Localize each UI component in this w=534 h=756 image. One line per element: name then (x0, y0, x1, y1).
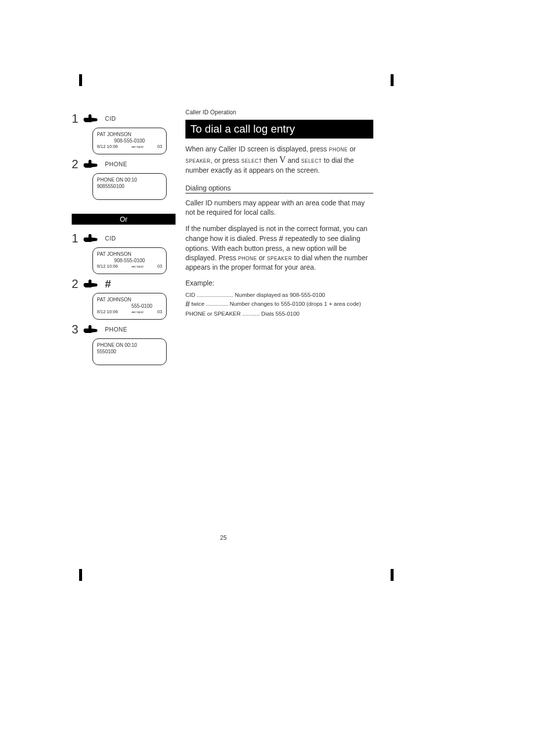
crop-mark (391, 569, 394, 581)
paragraph: When any Caller ID screen is displayed, … (185, 144, 373, 175)
pointing-hand-icon (83, 278, 100, 290)
step-number: 2 (72, 157, 78, 171)
example-label: Example: (185, 279, 373, 287)
pointing-hand-icon (83, 113, 100, 125)
lcd-line: 8/12 10:06 ##/ NEW 03 (97, 309, 162, 315)
key-select: SELECT (301, 156, 322, 164)
lcd-line: 9085550100 (97, 183, 162, 189)
lcd-new-indicator: ##/ NEW (132, 265, 143, 269)
text: and (286, 156, 301, 164)
lcd-screen: PHONE ON 00:10 5550100 (92, 338, 167, 365)
text: or (348, 145, 356, 153)
key-select: SELECT (241, 156, 262, 164)
step-label: PHONE (105, 326, 127, 333)
key-hash: # (185, 300, 190, 308)
pointing-hand-icon (83, 158, 100, 170)
lcd-screen: PAT JOHNSON 908-555-0100 8/12 10:06 ##/ … (92, 128, 167, 154)
lcd-line: PHONE ON 00:10 (97, 177, 162, 183)
lcd-line: 8/12 10:06 ##/ NEW 03 (97, 144, 162, 150)
crop-mark (79, 74, 82, 86)
lcd-datetime: 8/12 10:06 (97, 144, 118, 150)
lcd-screen: PAT JOHNSON 908-555-0100 8/12 10:06 ##/ … (92, 247, 167, 274)
section-kicker: Caller ID Operation (185, 109, 373, 116)
step-a2: 2 PHONE (72, 157, 176, 171)
lcd-line: PAT JOHNSON (97, 296, 162, 303)
example-row: # twice .............. Number changes to… (185, 300, 373, 309)
lcd-line: 555-0100 (97, 303, 162, 309)
step-number: 3 (72, 323, 78, 336)
lcd-counter: 03 (157, 264, 162, 270)
crop-mark (79, 569, 82, 581)
step-b3: 3 PHONE (72, 323, 176, 336)
lcd-line: 8/12 10:06 ##/ NEW 03 (97, 264, 162, 270)
lcd-counter: 03 (157, 144, 162, 150)
step-number: 1 (72, 232, 78, 245)
crop-mark (391, 74, 394, 86)
step-number: 2 (72, 277, 78, 291)
key-hash: # (279, 235, 283, 243)
lcd-counter: 03 (157, 309, 162, 315)
text: , or press (211, 156, 241, 164)
pointing-hand-icon (83, 324, 100, 335)
text: twice .............. Number changes to 5… (190, 301, 361, 307)
pointing-hand-icon (83, 233, 100, 244)
paragraph: If the number displayed is not in the co… (185, 224, 373, 272)
lcd-line: 908-555-0100 (97, 138, 162, 144)
main-column: Caller ID Operation To dial a call log e… (185, 109, 373, 319)
lcd-line: 908-555-0100 (97, 257, 162, 264)
lcd-line: PHONE ON 00:10 (97, 342, 162, 348)
step-a1: 1 CID (72, 112, 176, 126)
lcd-datetime: 8/12 10:06 (97, 309, 118, 315)
lcd-new-indicator: ##/ NEW (132, 145, 143, 149)
key-phone: PHONE (238, 254, 257, 262)
key-speaker: SPEAKER (267, 254, 292, 262)
step-label: CID (105, 115, 116, 122)
step-label: CID (105, 235, 116, 242)
text: then (262, 156, 279, 164)
sidebar: 1 CID PAT JOHNSON 908-555-0100 8/12 10:0… (72, 109, 176, 365)
lcd-screen: PHONE ON 00:10 9085550100 (92, 173, 167, 200)
text: or (257, 254, 267, 262)
key-phone: PHONE (329, 145, 348, 153)
subheading: Dialing options (185, 184, 373, 193)
lcd-new-indicator: ##/ NEW (132, 311, 143, 315)
example-row: CID ....................... Number displ… (185, 292, 373, 298)
key-speaker: SPEAKER (185, 156, 211, 164)
lcd-datetime: 8/12 10:06 (97, 264, 118, 270)
key-down-arrow: V (279, 155, 286, 165)
step-label: PHONE (105, 161, 127, 168)
lcd-line: PAT JOHNSON (97, 131, 162, 138)
step-number: 1 (72, 112, 78, 126)
paragraph: Caller ID numbers may appear with an are… (185, 198, 373, 217)
section-title: To dial a call log entry (185, 120, 373, 139)
page-number: 25 (220, 534, 226, 541)
step-label-hash: # (105, 278, 111, 290)
step-b1: 1 CID (72, 232, 176, 245)
step-b2: 2 # (72, 277, 176, 291)
or-divider: Or (72, 214, 176, 225)
example-row: PHONE or SPEAKER ........... Dials 555-0… (185, 311, 373, 317)
lcd-line: 5550100 (97, 348, 162, 355)
lcd-screen: PAT JOHNSON 555-0100 8/12 10:06 ##/ NEW … (92, 293, 167, 320)
text: When any Caller ID screen is displayed, … (185, 145, 329, 153)
lcd-line: PAT JOHNSON (97, 251, 162, 257)
